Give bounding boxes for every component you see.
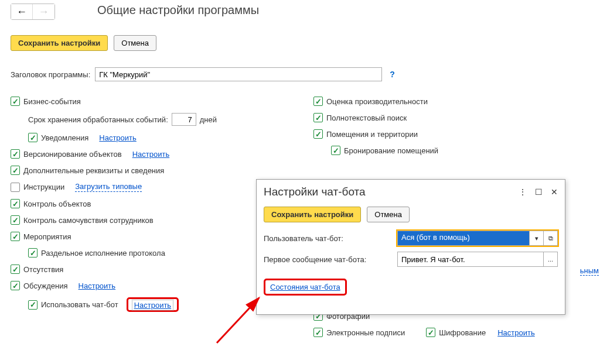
more-icon[interactable]: ...	[544, 252, 558, 267]
nav-buttons: ← →	[11, 4, 55, 20]
forward-button[interactable]: →	[33, 4, 54, 19]
popup-window-controls: ⋮ ☐ ✕	[519, 187, 558, 197]
retention-input[interactable]	[172, 113, 196, 126]
page-title: Общие настройки программы	[97, 4, 259, 17]
encryption-label: Шифрование	[439, 328, 486, 337]
use-chatbot-label: Использовать чат-бот	[41, 300, 118, 309]
chatbot-user-input[interactable]: Ася (бот в помощь)	[397, 231, 530, 246]
chatbot-states-link[interactable]: Состояния чат-бота	[270, 283, 340, 291]
esign-label: Электронные подписи	[326, 328, 405, 337]
encryption-configure-link[interactable]: Настроить	[497, 328, 535, 337]
wellbeing-checkbox[interactable]	[11, 215, 20, 225]
chatbot-configure-link[interactable]: Настроить	[132, 300, 174, 311]
separate-protocol-label: Раздельное исполнение протокола	[41, 249, 165, 257]
maximize-icon[interactable]: ☐	[535, 187, 543, 197]
load-typical-link[interactable]: Загрузить типовые	[75, 182, 142, 192]
versioning-checkbox[interactable]	[11, 149, 20, 159]
use-chatbot-checkbox[interactable]	[28, 300, 38, 310]
close-icon[interactable]: ✕	[551, 187, 558, 197]
program-title-row: Заголовок программы: ?	[11, 67, 395, 81]
notifications-configure-link[interactable]: Настроить	[99, 133, 137, 142]
popup-toolbar: Сохранить настройки Отмена	[257, 202, 565, 227]
first-message-input[interactable]	[397, 252, 544, 267]
absence-checkbox[interactable]	[11, 265, 20, 274]
cancel-button[interactable]: Отмена	[114, 35, 156, 51]
instructions-checkbox[interactable]	[11, 183, 20, 192]
instructions-label: Инструкции	[23, 183, 64, 191]
business-events-checkbox[interactable]	[11, 97, 20, 106]
program-title-input[interactable]	[95, 67, 382, 81]
esign-checkbox[interactable]	[313, 328, 323, 337]
save-button[interactable]: Сохранить настройки	[11, 35, 108, 51]
popup-link-row: Состояния чат-бота	[257, 276, 565, 298]
notifications-label: Уведомления	[41, 133, 88, 142]
program-title-label: Заголовок программы:	[11, 70, 90, 79]
absence-label: Отсутствия	[23, 265, 63, 274]
first-message-field: ...	[397, 252, 558, 267]
left-column: Бизнес-события Срок хранения обработанны…	[11, 97, 262, 319]
help-icon[interactable]: ?	[390, 70, 395, 79]
chatbot-user-field: Ася (бот в помощь) ▾ ⧉	[397, 231, 558, 246]
discussions-checkbox[interactable]	[11, 281, 20, 290]
chatbot-states-highlight: Состояния чат-бота	[264, 279, 347, 296]
retention-label: Срок хранения обработанных событий:	[28, 115, 168, 124]
booking-checkbox[interactable]	[331, 146, 340, 155]
fulltext-label: Полнотекстовый поиск	[326, 114, 407, 122]
chatbot-configure-highlight: Настроить	[127, 297, 179, 312]
object-control-checkbox[interactable]	[11, 199, 20, 208]
business-events-label: Бизнес-события	[23, 97, 81, 106]
booking-label: Бронирование помещений	[344, 146, 438, 155]
extra-props-label: Дополнительные реквизиты и сведения	[23, 166, 164, 175]
retention-unit: дней	[200, 115, 217, 124]
popup-title: Настройки чат-бота	[264, 186, 366, 198]
discussions-configure-link[interactable]: Настроить	[79, 281, 116, 290]
versioning-label: Версионирование объектов	[23, 150, 122, 159]
notifications-checkbox[interactable]	[28, 133, 38, 142]
menu-icon[interactable]: ⋮	[519, 187, 527, 197]
premises-checkbox[interactable]	[313, 129, 323, 139]
versioning-configure-link[interactable]: Настроить	[132, 150, 170, 159]
wellbeing-label: Контроль самочувствия сотрудников	[23, 216, 154, 225]
events-label: Мероприятия	[23, 232, 71, 241]
main-toolbar: Сохранить настройки Отмена	[11, 35, 156, 51]
object-control-label: Контроль объектов	[23, 200, 91, 208]
separate-protocol-checkbox[interactable]	[28, 248, 38, 257]
chatbot-settings-popup: Настройки чат-бота ⋮ ☐ ✕ Сохранить настр…	[256, 179, 565, 315]
extra-props-checkbox[interactable]	[11, 166, 20, 175]
fulltext-checkbox[interactable]	[313, 113, 323, 122]
performance-checkbox[interactable]	[313, 97, 323, 106]
encryption-checkbox[interactable]	[426, 328, 435, 337]
chatbot-user-label: Пользователь чат-бот:	[264, 234, 397, 243]
popup-form: Пользователь чат-бот: Ася (бот в помощь)…	[257, 227, 565, 276]
open-icon[interactable]: ⧉	[544, 231, 558, 246]
premises-label: Помещения и территории	[326, 130, 418, 139]
performance-label: Оценка производительности	[326, 97, 428, 106]
discussions-label: Обсуждения	[23, 281, 68, 290]
events-checkbox[interactable]	[11, 232, 20, 241]
peek-link[interactable]: ьным	[580, 266, 599, 276]
popup-save-button[interactable]: Сохранить настройки	[264, 207, 361, 222]
popup-cancel-button[interactable]: Отмена	[367, 207, 410, 222]
back-button[interactable]: ←	[11, 4, 33, 19]
popup-titlebar: Настройки чат-бота ⋮ ☐ ✕	[257, 180, 565, 202]
dropdown-icon[interactable]: ▾	[530, 231, 544, 246]
first-message-label: Первое сообщение чат-бота:	[264, 255, 397, 264]
